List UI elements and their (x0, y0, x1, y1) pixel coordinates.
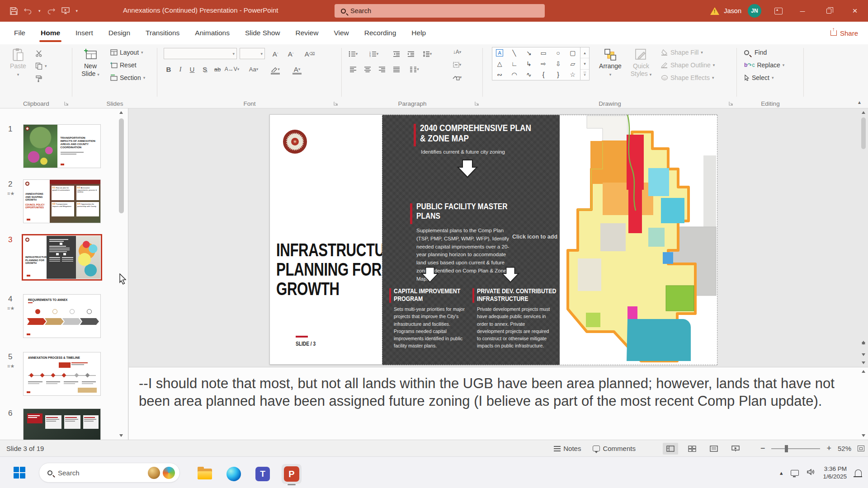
tab-design[interactable]: Design (101, 22, 138, 44)
notes-scroll-down-icon[interactable] (862, 434, 865, 437)
slideshow-view-button[interactable] (728, 443, 743, 455)
slide-3-canvas[interactable]: ✳ INFRASTRUCTURE PLANNING FOR GROWTH SLI… (269, 114, 717, 365)
undo-dropdown-icon[interactable]: ▾ (38, 9, 41, 13)
minimize-button[interactable]: ─ (789, 0, 816, 22)
tab-insert[interactable]: Insert (68, 22, 101, 44)
strikethrough-button[interactable]: ab (212, 63, 223, 75)
avatar[interactable]: JN (748, 4, 761, 18)
tab-animations[interactable]: Animations (187, 22, 237, 44)
restore-button[interactable] (816, 0, 842, 22)
tab-file[interactable]: File (6, 22, 33, 44)
thumbnail-scroll-thumb[interactable] (119, 118, 124, 213)
align-right-button[interactable] (376, 63, 388, 75)
zoom-slider[interactable] (771, 448, 820, 449)
new-slide-button[interactable]: NewSlide ▾ (76, 47, 105, 79)
arrange-button[interactable]: Arrange▾ (596, 47, 625, 79)
notes-scrollbar[interactable] (860, 369, 867, 438)
shape-elbow-arrow-icon[interactable]: ↳ (522, 58, 536, 69)
shapes-scroll-up-icon[interactable]: ▴ (580, 47, 589, 58)
font-name-combo[interactable]: ▾ (164, 48, 237, 59)
shape-right-arrow-icon[interactable]: ⇨ (536, 58, 551, 69)
customize-qat-icon[interactable]: ▾ (76, 9, 78, 13)
shape-right-brace-icon[interactable]: } (551, 69, 565, 80)
slide-3-thumbnail[interactable]: INFRASTRUCTURE PLANNING FOR GROWTH (23, 235, 101, 279)
clear-formatting-button[interactable]: A⌫ (304, 48, 316, 60)
slide-dark-panel[interactable]: 2040 COMPREHENSIVE PLAN & ZONE MAP Ident… (382, 115, 560, 365)
canvas-scrollbar[interactable] (860, 110, 867, 365)
teams-button[interactable]: T (253, 464, 273, 484)
zoning-map-image[interactable] (560, 115, 717, 365)
speaker-notes-pane[interactable]: --I should note that most, but not all l… (129, 367, 868, 440)
paragraph-dialog-launcher[interactable] (474, 100, 480, 106)
find-button[interactable]: Find (744, 49, 767, 56)
zoom-level[interactable]: 52% (838, 445, 851, 452)
tab-view[interactable]: View (326, 22, 356, 44)
line-spacing-button[interactable]: ▾ (421, 48, 433, 60)
slide-title[interactable]: INFRASTRUCTURE PLANNING FOR GROWTH (276, 240, 386, 298)
font-color-button[interactable]: A▾ (291, 63, 303, 75)
slide-sorter-view-button[interactable] (684, 443, 700, 455)
bullets-button[interactable]: ▾ (347, 48, 359, 60)
shapes-gallery[interactable]: A ╲ ↘ ▭ ○ ▢ △ ∟ ↳ ⇨ ⇩ ▱ ∾ ◠ ∿ { } ☆ (492, 47, 580, 80)
shapes-more-icon[interactable]: ▾─ (580, 70, 589, 80)
italic-button[interactable]: I (175, 63, 186, 75)
redo-icon[interactable] (47, 7, 55, 14)
tab-home[interactable]: Home (33, 22, 68, 44)
file-explorer-button[interactable] (195, 464, 215, 484)
font-dialog-launcher[interactable] (333, 100, 339, 106)
thumbnail-scroll-up-icon[interactable] (119, 111, 123, 114)
shape-arrow-icon[interactable]: ↘ (522, 47, 536, 58)
volume-icon[interactable] (807, 469, 815, 477)
start-slideshow-icon[interactable] (61, 7, 70, 14)
edge-button[interactable] (224, 464, 244, 484)
shape-textbox-icon[interactable]: A (492, 47, 507, 58)
shape-rounded-rectangle-icon[interactable]: ▢ (566, 47, 580, 58)
tab-review[interactable]: Review (288, 22, 326, 44)
convert-to-smartart-button[interactable]: ▾ (451, 71, 463, 83)
undo-icon[interactable] (24, 7, 32, 14)
increase-indent-button[interactable] (405, 48, 417, 60)
section-button[interactable]: Section▾ (110, 74, 145, 81)
start-button[interactable] (14, 467, 25, 479)
shape-freeform-icon[interactable]: ▱ (566, 58, 580, 69)
save-icon[interactable] (10, 7, 18, 15)
slide-2-thumbnail[interactable]: ANNEXATIONS AND SHAPING GROWTH COUNCIL P… (23, 179, 101, 223)
search-box[interactable]: Search (335, 4, 545, 18)
shape-outline-button[interactable]: Shape Outline▾ (661, 61, 715, 69)
select-button[interactable]: Select▾ (744, 74, 774, 81)
quick-styles-button[interactable]: QuickStyles ▾ (627, 47, 656, 79)
shape-rectangle-icon[interactable]: ▭ (536, 47, 551, 58)
shape-elbow-connector-icon[interactable]: ∟ (507, 58, 521, 69)
font-size-combo[interactable]: ▾ (240, 48, 265, 59)
hidden-icons-chevron[interactable]: ▴ (780, 469, 783, 476)
shape-effects-button[interactable]: Shape Effects▾ (661, 74, 714, 81)
justify-button[interactable] (391, 63, 402, 75)
zoom-slider-thumb[interactable] (785, 445, 788, 452)
align-center-button[interactable] (362, 63, 373, 75)
format-painter-button[interactable] (35, 75, 42, 82)
clipboard-dialog-launcher[interactable] (64, 100, 69, 106)
tab-help[interactable]: Help (404, 22, 434, 44)
decrease-indent-button[interactable] (391, 48, 402, 60)
underline-button[interactable]: U (186, 63, 198, 75)
increase-font-size-button[interactable]: Aˆ (269, 48, 281, 60)
align-left-button[interactable] (347, 63, 359, 75)
canvas-scroll-up-icon[interactable] (862, 111, 865, 114)
numbering-button[interactable]: 123▾ (368, 48, 380, 60)
slide-counter[interactable]: Slide 3 of 19 (0, 445, 44, 452)
zoom-in-button[interactable]: + (826, 444, 831, 453)
cut-button[interactable] (35, 50, 42, 57)
canvas-scroll-down-icon[interactable] (862, 361, 865, 364)
comments-button[interactable]: Comments (590, 443, 638, 454)
text-shadow-button[interactable]: S (199, 63, 211, 75)
shape-triangle-icon[interactable]: △ (492, 58, 507, 69)
shape-curve-icon[interactable]: ∿ (522, 69, 536, 80)
slide-4-thumbnail[interactable]: REQUIREMENTS TO ANNEX (23, 294, 101, 338)
notes-scroll-up-icon[interactable] (862, 370, 865, 373)
slide-1-thumbnail[interactable]: TRANSPORTATION IMPACTS OF ANNEXATION ARE… (23, 124, 101, 168)
reset-button[interactable]: Reset (110, 61, 137, 69)
columns-button[interactable]: ▾ (409, 63, 420, 75)
shape-oval-icon[interactable]: ○ (551, 47, 565, 58)
slide-6-thumbnail[interactable] (23, 408, 101, 440)
share-button[interactable]: Share (830, 22, 858, 44)
